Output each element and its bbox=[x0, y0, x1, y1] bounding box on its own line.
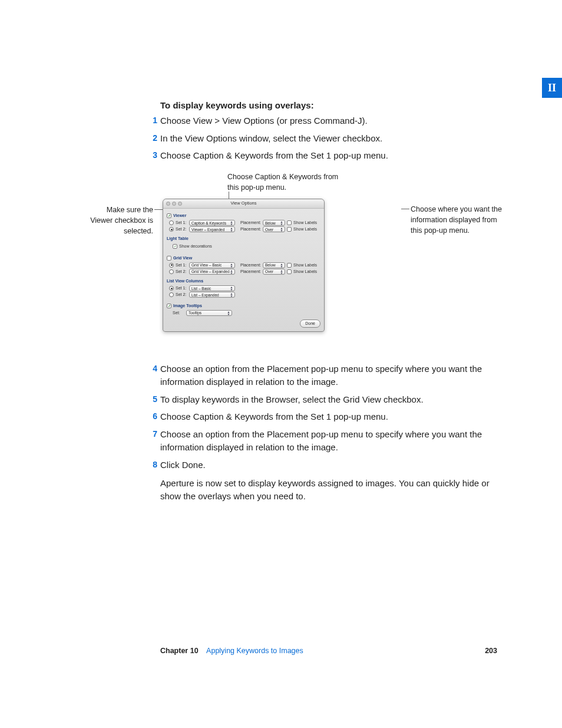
step-number: 3 bbox=[149, 149, 157, 161]
step-item: 3Choose Caption & Keywords from the Set … bbox=[160, 149, 496, 162]
popup-arrows-icon: ▲▼ bbox=[229, 227, 234, 232]
popup-arrows-icon: ▲▼ bbox=[229, 263, 234, 268]
chapter-title: Applying Keywords to Images bbox=[206, 647, 303, 655]
set1-popup[interactable]: Caption & Keywords▲▼ bbox=[189, 220, 235, 226]
section-heading: To display keywords using overlays: bbox=[160, 99, 496, 112]
placement-label: Placement: bbox=[240, 269, 261, 275]
placement-popup[interactable]: Below▲▼ bbox=[263, 220, 285, 226]
placement-popup[interactable]: Over▲▼ bbox=[263, 226, 285, 232]
light-table-row: ✓ Show decorations bbox=[167, 243, 320, 249]
callout-line bbox=[401, 209, 409, 209]
grid-row-1: Set 1: Grid View – Basic▲▼ Placement: Be… bbox=[167, 262, 320, 268]
callout-top: Choose Caption & Keywords from this pop-… bbox=[227, 172, 339, 193]
callout-text: Choose where you want the information di… bbox=[411, 205, 502, 235]
tooltips-popup[interactable]: Tooltips▲▼ bbox=[186, 310, 232, 316]
steps-list-a: 1Choose View > View Options (or press Co… bbox=[160, 114, 496, 162]
placement-popup[interactable]: Over▲▼ bbox=[263, 269, 285, 275]
step-text: Choose Caption & Keywords from the Set 1… bbox=[160, 150, 388, 160]
popup-arrows-icon: ▲▼ bbox=[279, 263, 284, 268]
grid-row-2: Set 2: Grid View – Expanded▲▼ Placement:… bbox=[167, 269, 320, 275]
step-number: 7 bbox=[149, 428, 157, 440]
popup-arrows-icon: ▲▼ bbox=[226, 311, 231, 315]
step-text: Click Done. bbox=[160, 460, 206, 470]
done-button[interactable]: Done bbox=[300, 319, 320, 328]
view-options-panel: View Options ✓ Viewer Set 1: Caption & K… bbox=[163, 199, 325, 332]
step-text: Choose Caption & Keywords from the Set 1… bbox=[160, 411, 388, 421]
viewer-section: ✓ Viewer bbox=[167, 213, 320, 219]
list-set1-radio[interactable] bbox=[169, 286, 174, 291]
show-labels-checkbox[interactable] bbox=[287, 269, 292, 274]
tooltips-checkbox[interactable]: ✓ bbox=[167, 304, 171, 308]
step-number: 6 bbox=[149, 410, 157, 422]
viewer-label: Viewer bbox=[173, 213, 186, 219]
viewer-checkbox[interactable]: ✓ bbox=[167, 213, 171, 218]
step-item: 2In the View Options window, select the … bbox=[160, 132, 496, 145]
show-labels-checkbox[interactable] bbox=[287, 220, 292, 225]
grid-set2-radio[interactable] bbox=[169, 269, 174, 274]
callout-text: Make sure the Viewer checkbox is selecte… bbox=[90, 206, 153, 235]
placement-popup[interactable]: Below▲▼ bbox=[263, 262, 285, 268]
set-label: Set 2: bbox=[176, 292, 187, 298]
step-text: Choose an option from the Placement pop-… bbox=[160, 364, 482, 387]
set1-radio[interactable] bbox=[169, 220, 174, 225]
show-labels-label: Show Labels bbox=[293, 220, 317, 226]
show-decorations-checkbox[interactable]: ✓ bbox=[173, 244, 177, 249]
list-set2-popup[interactable]: List – Expanded▲▼ bbox=[189, 292, 235, 298]
step-item: 5To display keywords in the Browser, sel… bbox=[160, 393, 496, 406]
set2-popup[interactable]: Viewer – Expanded▲▼ bbox=[189, 226, 235, 232]
grid-set1-radio[interactable] bbox=[169, 263, 174, 268]
step-item: 8Click Done. bbox=[160, 459, 496, 472]
list-set2-radio[interactable] bbox=[169, 292, 174, 297]
popup-value: Tooltips bbox=[189, 310, 201, 315]
show-labels-label: Show Labels bbox=[293, 269, 317, 275]
footer-left: Chapter 10 Applying Keywords to Images bbox=[160, 645, 303, 656]
figure: Choose Caption & Keywords from this pop-… bbox=[82, 172, 507, 348]
light-table-label: Light Table bbox=[167, 236, 320, 242]
grid-label: Grid View bbox=[173, 255, 192, 261]
step-item: 6Choose Caption & Keywords from the Set … bbox=[160, 410, 496, 423]
grid-checkbox[interactable] bbox=[167, 256, 171, 261]
part-tab: II bbox=[542, 78, 562, 98]
tooltips-row: Set: Tooltips▲▼ bbox=[167, 310, 320, 316]
step-item: 1Choose View > View Options (or press Co… bbox=[160, 114, 496, 127]
popup-arrows-icon: ▲▼ bbox=[279, 227, 284, 232]
closing-paragraph: Aperture is now set to display keywords … bbox=[160, 477, 496, 503]
list-row-1: Set 1: List – Basic▲▼ bbox=[167, 285, 320, 291]
callout-text: Choose Caption & Keywords from this pop-… bbox=[227, 173, 338, 192]
popup-arrows-icon: ▲▼ bbox=[229, 220, 234, 225]
tooltips-label: Image Tooltips bbox=[173, 303, 202, 309]
popup-arrows-icon: ▲▼ bbox=[229, 286, 234, 291]
callout-right: Choose where you want the information di… bbox=[411, 204, 508, 236]
list-row-2: Set 2: List – Expanded▲▼ bbox=[167, 292, 320, 298]
placement-label: Placement: bbox=[240, 220, 261, 226]
set-label: Set 1: bbox=[176, 262, 187, 268]
popup-arrows-icon: ▲▼ bbox=[229, 269, 234, 274]
show-labels-checkbox[interactable] bbox=[287, 263, 292, 268]
step-number: 4 bbox=[149, 363, 157, 374]
popup-value: List – Basic bbox=[191, 286, 211, 291]
show-labels-label: Show Labels bbox=[293, 226, 317, 232]
viewer-row-2: Set 2: Viewer – Expanded▲▼ Placement: Ov… bbox=[167, 226, 320, 232]
titlebar: View Options bbox=[163, 199, 324, 209]
step-item: 7Choose an option from the Placement pop… bbox=[160, 428, 496, 454]
set-label: Set 2: bbox=[176, 269, 187, 275]
show-labels-checkbox[interactable] bbox=[287, 227, 292, 232]
list-set1-popup[interactable]: List – Basic▲▼ bbox=[189, 285, 235, 291]
placement-label: Placement: bbox=[240, 226, 261, 232]
popup-value: Caption & Keywords bbox=[191, 220, 226, 226]
step-number: 1 bbox=[149, 114, 157, 126]
step-number: 2 bbox=[149, 132, 157, 144]
grid-set1-popup[interactable]: Grid View – Basic▲▼ bbox=[189, 262, 235, 268]
done-row: Done bbox=[167, 319, 320, 328]
step-text: In the View Options window, select the V… bbox=[160, 133, 382, 143]
grid-set2-popup[interactable]: Grid View – Expanded▲▼ bbox=[189, 269, 235, 275]
viewer-row-1: Set 1: Caption & Keywords▲▼ Placement: B… bbox=[167, 220, 320, 226]
show-labels-label: Show Labels bbox=[293, 262, 317, 268]
set-label: Set 1: bbox=[176, 220, 187, 226]
set2-radio[interactable] bbox=[169, 227, 174, 232]
tooltips-section: ✓ Image Tooltips bbox=[167, 303, 320, 309]
list-view-label: List View Columns bbox=[167, 278, 320, 284]
set-label: Set: bbox=[173, 310, 184, 316]
show-decorations-label: Show decorations bbox=[179, 243, 212, 249]
popup-value: Grid View – Basic bbox=[191, 262, 222, 268]
